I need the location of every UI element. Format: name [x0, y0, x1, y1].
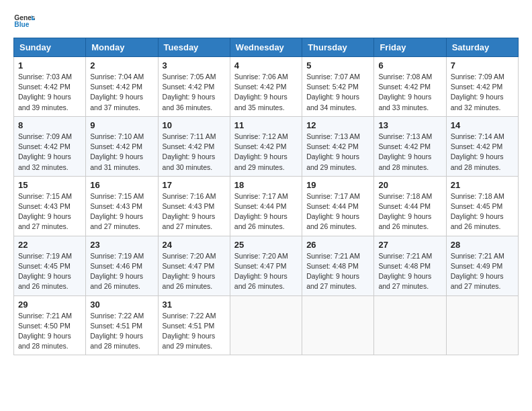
week-row-4: 22Sunrise: 7:19 AMSunset: 4:45 PMDayligh… [14, 236, 519, 295]
calendar-cell: 24Sunrise: 7:20 AMSunset: 4:47 PMDayligh… [158, 236, 230, 295]
weekday-header-saturday: Saturday [446, 38, 518, 57]
day-info: Sunrise: 7:15 AMSunset: 4:43 PMDaylight:… [90, 191, 153, 232]
day-number: 7 [451, 60, 514, 71]
day-number: 23 [90, 240, 153, 250]
page-container: General Blue SundayMondayTuesdayWednesda… [13, 11, 519, 355]
day-info: Sunrise: 7:12 AMSunset: 4:42 PMDaylight:… [234, 132, 298, 173]
calendar-cell: 30Sunrise: 7:22 AMSunset: 4:51 PMDayligh… [86, 295, 158, 355]
calendar-cell: 20Sunrise: 7:18 AMSunset: 4:44 PMDayligh… [374, 176, 446, 236]
calendar-cell: 26Sunrise: 7:21 AMSunset: 4:48 PMDayligh… [302, 236, 374, 295]
calendar-cell: 3Sunrise: 7:05 AMSunset: 4:42 PMDaylight… [158, 57, 230, 117]
calendar-cell [374, 295, 446, 355]
calendar-cell: 11Sunrise: 7:12 AMSunset: 4:42 PMDayligh… [230, 116, 302, 176]
day-info: Sunrise: 7:05 AMSunset: 4:42 PMDaylight:… [163, 72, 226, 113]
calendar-cell: 22Sunrise: 7:19 AMSunset: 4:45 PMDayligh… [14, 236, 86, 295]
day-number: 6 [378, 60, 441, 71]
day-number: 12 [306, 120, 369, 130]
day-number: 14 [451, 120, 514, 130]
calendar-cell: 7Sunrise: 7:09 AMSunset: 4:42 PMDaylight… [446, 57, 518, 117]
day-number: 27 [378, 240, 441, 250]
day-number: 15 [18, 180, 81, 190]
day-number: 30 [90, 300, 153, 310]
day-number: 24 [163, 240, 226, 250]
day-info: Sunrise: 7:18 AMSunset: 4:44 PMDaylight:… [378, 191, 441, 232]
calendar-cell: 21Sunrise: 7:18 AMSunset: 4:45 PMDayligh… [446, 176, 518, 236]
calendar-cell: 1Sunrise: 7:03 AMSunset: 4:42 PMDaylight… [14, 57, 86, 117]
day-number: 25 [234, 240, 298, 250]
calendar-cell [446, 295, 518, 355]
calendar-cell: 29Sunrise: 7:21 AMSunset: 4:50 PMDayligh… [14, 295, 86, 355]
calendar-cell: 10Sunrise: 7:11 AMSunset: 4:42 PMDayligh… [158, 116, 230, 176]
day-info: Sunrise: 7:03 AMSunset: 4:42 PMDaylight:… [18, 72, 81, 113]
day-number: 21 [451, 180, 514, 190]
calendar-cell: 28Sunrise: 7:21 AMSunset: 4:49 PMDayligh… [446, 236, 518, 295]
calendar-cell [230, 295, 302, 355]
calendar-cell: 14Sunrise: 7:14 AMSunset: 4:42 PMDayligh… [446, 116, 518, 176]
calendar-cell: 15Sunrise: 7:15 AMSunset: 4:43 PMDayligh… [14, 176, 86, 236]
day-info: Sunrise: 7:11 AMSunset: 4:42 PMDaylight:… [163, 132, 226, 173]
day-number: 18 [234, 180, 298, 190]
logo-icon: General Blue [13, 11, 35, 32]
day-info: Sunrise: 7:08 AMSunset: 4:42 PMDaylight:… [378, 72, 441, 113]
calendar-cell: 2Sunrise: 7:04 AMSunset: 4:42 PMDaylight… [86, 57, 158, 117]
calendar-cell: 25Sunrise: 7:20 AMSunset: 4:47 PMDayligh… [230, 236, 302, 295]
day-info: Sunrise: 7:20 AMSunset: 4:47 PMDaylight:… [163, 251, 226, 292]
day-number: 10 [163, 120, 226, 130]
logo: General Blue [13, 11, 35, 32]
day-info: Sunrise: 7:16 AMSunset: 4:43 PMDaylight:… [163, 191, 226, 232]
weekday-header-friday: Friday [374, 38, 446, 57]
day-number: 31 [163, 300, 226, 310]
calendar: SundayMondayTuesdayWednesdayThursdayFrid… [13, 38, 519, 355]
calendar-cell: 5Sunrise: 7:07 AMSunset: 5:42 PMDaylight… [302, 57, 374, 117]
header: General Blue [13, 11, 519, 32]
day-info: Sunrise: 7:06 AMSunset: 4:42 PMDaylight:… [234, 72, 298, 113]
day-info: Sunrise: 7:22 AMSunset: 4:51 PMDaylight:… [90, 311, 153, 352]
day-info: Sunrise: 7:13 AMSunset: 4:42 PMDaylight:… [306, 132, 369, 173]
day-info: Sunrise: 7:09 AMSunset: 4:42 PMDaylight:… [18, 132, 81, 173]
week-row-5: 29Sunrise: 7:21 AMSunset: 4:50 PMDayligh… [14, 295, 519, 355]
calendar-cell: 8Sunrise: 7:09 AMSunset: 4:42 PMDaylight… [14, 116, 86, 176]
day-number: 9 [90, 120, 153, 130]
day-info: Sunrise: 7:10 AMSunset: 4:42 PMDaylight:… [90, 132, 153, 173]
calendar-cell: 6Sunrise: 7:08 AMSunset: 4:42 PMDaylight… [374, 57, 446, 117]
calendar-cell: 31Sunrise: 7:22 AMSunset: 4:51 PMDayligh… [158, 295, 230, 355]
week-row-1: 1Sunrise: 7:03 AMSunset: 4:42 PMDaylight… [14, 57, 519, 117]
weekday-header-monday: Monday [86, 38, 158, 57]
day-number: 29 [18, 300, 81, 310]
day-info: Sunrise: 7:21 AMSunset: 4:49 PMDaylight:… [451, 251, 514, 292]
day-info: Sunrise: 7:21 AMSunset: 4:48 PMDaylight:… [378, 251, 441, 292]
day-info: Sunrise: 7:19 AMSunset: 4:45 PMDaylight:… [18, 251, 81, 292]
day-number: 22 [18, 240, 81, 250]
day-info: Sunrise: 7:21 AMSunset: 4:50 PMDaylight:… [18, 311, 81, 352]
day-info: Sunrise: 7:17 AMSunset: 4:44 PMDaylight:… [306, 191, 369, 232]
day-info: Sunrise: 7:04 AMSunset: 4:42 PMDaylight:… [90, 72, 153, 113]
day-info: Sunrise: 7:21 AMSunset: 4:48 PMDaylight:… [306, 251, 369, 292]
day-info: Sunrise: 7:13 AMSunset: 4:42 PMDaylight:… [378, 132, 441, 173]
day-number: 13 [378, 120, 441, 130]
weekday-header-tuesday: Tuesday [158, 38, 230, 57]
week-row-2: 8Sunrise: 7:09 AMSunset: 4:42 PMDaylight… [14, 116, 519, 176]
weekday-header-thursday: Thursday [302, 38, 374, 57]
calendar-cell: 23Sunrise: 7:19 AMSunset: 4:46 PMDayligh… [86, 236, 158, 295]
calendar-header-row: SundayMondayTuesdayWednesdayThursdayFrid… [14, 38, 519, 57]
day-number: 5 [306, 60, 369, 71]
weekday-header-sunday: Sunday [14, 38, 86, 57]
day-number: 16 [90, 180, 153, 190]
svg-text:Blue: Blue [14, 21, 29, 28]
day-info: Sunrise: 7:17 AMSunset: 4:44 PMDaylight:… [234, 191, 298, 232]
day-number: 11 [234, 120, 298, 130]
calendar-cell: 27Sunrise: 7:21 AMSunset: 4:48 PMDayligh… [374, 236, 446, 295]
calendar-cell: 9Sunrise: 7:10 AMSunset: 4:42 PMDaylight… [86, 116, 158, 176]
calendar-cell: 13Sunrise: 7:13 AMSunset: 4:42 PMDayligh… [374, 116, 446, 176]
day-number: 8 [18, 120, 81, 130]
day-number: 17 [163, 180, 226, 190]
day-info: Sunrise: 7:14 AMSunset: 4:42 PMDaylight:… [451, 132, 514, 173]
day-info: Sunrise: 7:15 AMSunset: 4:43 PMDaylight:… [18, 191, 81, 232]
calendar-cell [302, 295, 374, 355]
day-number: 26 [306, 240, 369, 250]
day-number: 1 [18, 60, 81, 71]
day-number: 3 [163, 60, 226, 71]
day-info: Sunrise: 7:18 AMSunset: 4:45 PMDaylight:… [451, 191, 514, 232]
calendar-cell: 4Sunrise: 7:06 AMSunset: 4:42 PMDaylight… [230, 57, 302, 117]
day-number: 20 [378, 180, 441, 190]
